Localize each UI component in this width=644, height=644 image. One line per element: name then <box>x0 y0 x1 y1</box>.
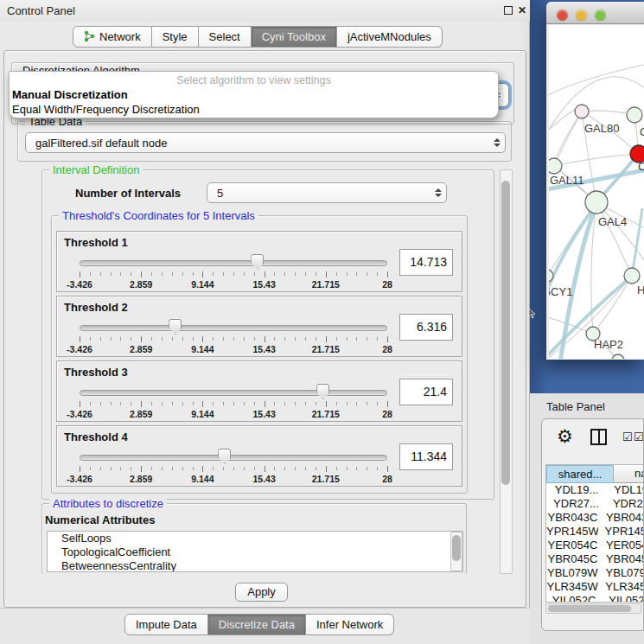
column-header-2[interactable]: name <box>614 465 644 483</box>
column-header-1[interactable]: shared... <box>546 465 614 483</box>
list-item[interactable]: BetweennessCentrality <box>48 559 462 572</box>
control-panel-titlebar: Control Panel ✕ <box>0 0 530 22</box>
slider-tick <box>367 337 367 341</box>
tab-infer-network[interactable]: Infer Network <box>306 614 394 635</box>
panel-vertical-scrollbar[interactable] <box>500 169 513 574</box>
number-of-intervals-label: Number of Intervals <box>75 187 181 200</box>
tab-label: Infer Network <box>316 618 383 631</box>
tab-jactivemnodules[interactable]: jActiveMNodules <box>337 26 443 48</box>
minimize-traffic-light-icon[interactable] <box>576 10 587 21</box>
number-of-intervals-combo[interactable]: 5 <box>207 182 447 203</box>
threshold-slider[interactable]: -3.4262.8599.14415.4321.71528 <box>80 386 387 420</box>
scrollbar-thumb[interactable] <box>548 605 631 612</box>
threshold-slider[interactable]: -3.4262.8599.14415.4321.71528 <box>80 321 387 355</box>
threshold-value-field[interactable]: 6.316 <box>399 314 453 341</box>
network-node-GAL4[interactable] <box>585 191 608 214</box>
numerical-attributes-list[interactable]: SelfLoopsTopologicalCoefficientBetweenne… <box>47 531 463 572</box>
split-panel-icon[interactable] <box>590 429 607 445</box>
float-icon[interactable] <box>504 6 513 15</box>
table-row[interactable]: YBR045CYBR045C <box>546 552 644 566</box>
gear-icon[interactable]: ⚙ <box>557 426 573 447</box>
table-row[interactable]: YDR27...YDR27 <box>546 497 644 511</box>
network-node-GA[interactable] <box>627 107 642 123</box>
network-graph: GAL80GACGAL11GAL4GCY1HHAP2 <box>549 25 644 359</box>
table-row[interactable]: YLR345WYLR345W <box>546 580 644 594</box>
tab-label: Discretize Data <box>219 618 295 631</box>
slider-handle[interactable] <box>316 384 329 399</box>
slider-tick <box>377 467 378 470</box>
slider-tick <box>162 402 163 405</box>
popup-item-equal-width-frequency[interactable]: Equal Width/Frequency Discretization <box>12 103 200 116</box>
checkbox-icon[interactable]: ☑ <box>622 430 633 443</box>
node-table[interactable]: shared...name YDL19...YDL19YDR27...YDR27… <box>545 464 644 603</box>
close-traffic-light-icon[interactable] <box>557 10 568 21</box>
network-node-label: GAL11 <box>550 174 584 187</box>
table-row[interactable]: YIL052CYIL052C <box>546 594 644 603</box>
slider-tick-label: 15.43 <box>252 474 275 484</box>
slider-tick <box>233 272 234 276</box>
table-row[interactable]: YPR145WYPR145W <box>546 525 644 539</box>
cell-shared-name: YIL052C <box>546 594 602 603</box>
tab-label: Style <box>163 30 188 43</box>
slider-tick-label: 9.144 <box>191 279 214 290</box>
popup-item-manual-discretization[interactable]: Manual Discretization <box>12 88 128 101</box>
list-item[interactable]: TopologicalCoefficient <box>48 545 462 559</box>
slider-handle[interactable] <box>251 254 264 270</box>
scrollbar-thumb[interactable] <box>452 535 461 561</box>
tab-discretize-data[interactable]: Discretize Data <box>208 614 306 635</box>
slider-tick <box>202 271 203 277</box>
slider-tick <box>284 467 285 470</box>
attributes-scrollbar[interactable] <box>450 532 462 571</box>
table-row[interactable]: YBL079WYBL079W <box>546 566 644 580</box>
tab-impute-data[interactable]: Impute Data <box>124 614 208 635</box>
network-node-H[interactable] <box>624 268 640 284</box>
tab-cyni-toolbox[interactable]: Cyni Toolbox <box>252 26 337 48</box>
threshold-slider[interactable]: -3.4262.8599.14415.4321.71528 <box>80 450 387 485</box>
table-data-combo[interactable]: galFiltered.sif default node <box>25 132 506 153</box>
network-node-GAL80[interactable] <box>575 105 589 118</box>
table-horizontal-scrollbar[interactable] <box>545 603 641 614</box>
table-row[interactable]: YDL19...YDL19 <box>546 483 644 497</box>
slider-tick <box>182 272 183 276</box>
table-row[interactable]: YBR043CYBR043C <box>546 511 644 525</box>
slider-handle[interactable] <box>218 449 231 464</box>
slider-track[interactable] <box>80 325 387 331</box>
close-icon[interactable]: ✕ <box>518 6 526 16</box>
cell-name: YPR145W <box>598 525 644 539</box>
network-canvas[interactable]: GAL80GACGAL11GAL4GCY1HHAP2 <box>549 25 644 359</box>
table-panel-title: Table Panel <box>546 400 605 413</box>
tab-style[interactable]: Style <box>152 26 199 48</box>
tab-network[interactable]: Network <box>73 26 152 48</box>
slider-tick <box>80 336 80 342</box>
network-edge <box>549 65 644 105</box>
cell-name: YBR045C <box>599 552 644 566</box>
slider-track[interactable] <box>80 455 387 461</box>
apply-button[interactable]: Apply <box>235 583 288 602</box>
slider-handle[interactable] <box>169 319 182 335</box>
table-row[interactable]: YER054CYER054C <box>546 539 644 552</box>
slider-tick-label: 15.43 <box>252 409 275 419</box>
slider-tick <box>387 271 388 277</box>
slider-tick <box>336 337 337 341</box>
slider-tick <box>377 402 378 405</box>
slider-track[interactable] <box>80 390 387 396</box>
tab-select[interactable]: Select <box>199 26 252 48</box>
threshold-value-field[interactable]: 11.344 <box>399 443 453 470</box>
zoom-traffic-light-icon[interactable] <box>595 10 606 21</box>
cell-shared-name: YPR145W <box>546 525 598 539</box>
slider-tick <box>305 402 306 405</box>
checkbox-icon[interactable]: ☑ <box>634 430 644 443</box>
slider-tick <box>254 337 255 341</box>
cell-name: YBL079W <box>599 566 644 580</box>
scrollbar-thumb[interactable] <box>501 181 510 485</box>
slider-track[interactable] <box>80 260 387 266</box>
threshold-label: Threshold 3 <box>64 366 128 379</box>
threshold-value-field[interactable]: 14.713 <box>399 249 453 276</box>
popup-hint: Select algorithm to view settings <box>10 74 498 86</box>
slider-tick <box>213 467 214 470</box>
list-item[interactable]: SelfLoops <box>48 532 462 545</box>
table-data-groupbox: Table Data galFiltered.sif default node <box>17 121 512 162</box>
network-node-GAL11[interactable] <box>549 158 562 174</box>
threshold-slider[interactable]: -3.4262.8599.14415.4321.71528 <box>80 256 387 290</box>
threshold-value-field[interactable]: 21.4 <box>399 379 453 405</box>
